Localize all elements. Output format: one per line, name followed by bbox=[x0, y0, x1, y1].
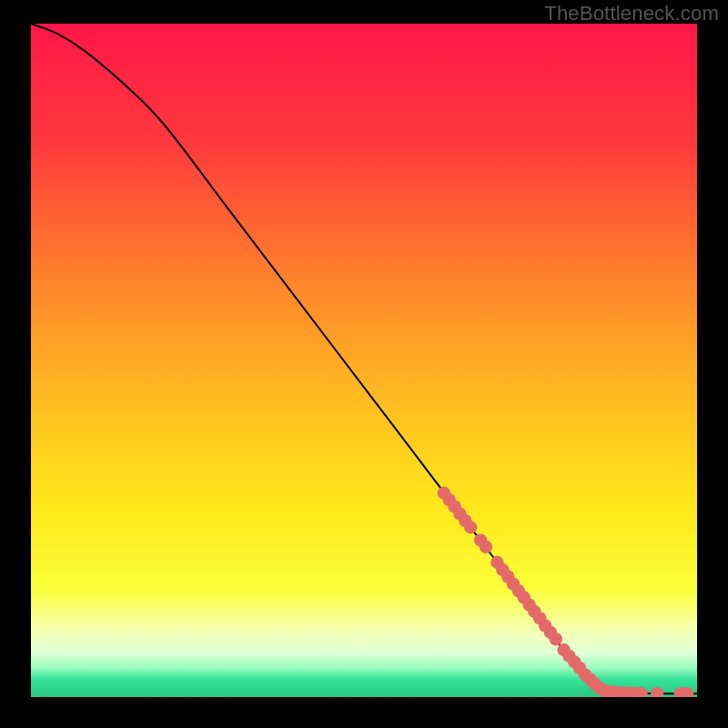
marker-dot bbox=[464, 521, 477, 533]
chart-stage: TheBottleneck.com bbox=[0, 0, 728, 728]
plot-area bbox=[31, 24, 697, 697]
chart-svg bbox=[31, 24, 697, 697]
watermark-text: TheBottleneck.com bbox=[544, 2, 719, 25]
gradient-background bbox=[31, 24, 697, 697]
marker-dot bbox=[550, 632, 562, 645]
marker-dot bbox=[480, 541, 492, 553]
